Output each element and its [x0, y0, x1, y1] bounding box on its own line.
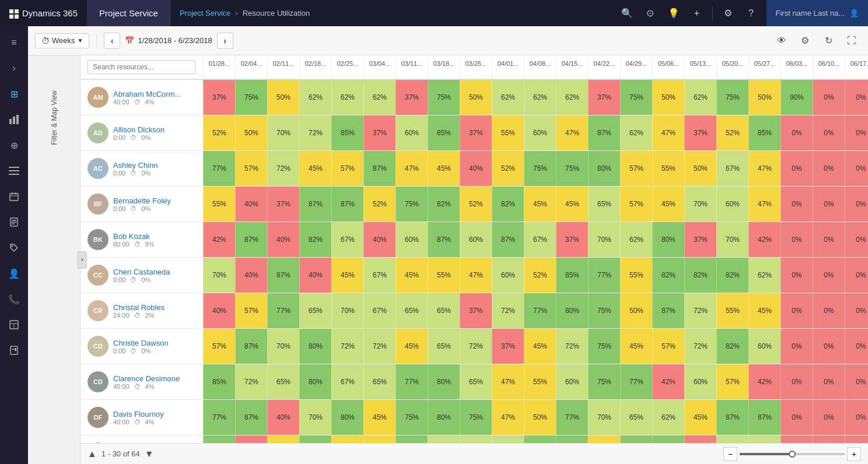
- sidebar-calendar[interactable]: [2, 185, 26, 208]
- util-cell[interactable]: 70%: [331, 293, 363, 328]
- util-cell[interactable]: 72%: [460, 329, 492, 364]
- util-cell[interactable]: 87%: [652, 293, 684, 328]
- util-cell[interactable]: 0%: [813, 151, 845, 186]
- util-cell[interactable]: 0%: [813, 80, 845, 115]
- util-cell[interactable]: 0%: [780, 435, 813, 443]
- util-cell[interactable]: 45%: [556, 187, 588, 222]
- sidebar-home[interactable]: ⊞: [2, 82, 26, 106]
- resource-name[interactable]: Clarence Desimone: [113, 374, 196, 383]
- util-cell[interactable]: 75%: [556, 435, 588, 443]
- util-cell[interactable]: 40%: [299, 258, 331, 293]
- util-cell[interactable]: 62%: [684, 80, 716, 115]
- util-cell[interactable]: 47%: [396, 151, 428, 186]
- util-cell[interactable]: 57%: [620, 187, 652, 222]
- util-cell[interactable]: 47%: [748, 187, 780, 222]
- util-cell[interactable]: 52%: [203, 115, 235, 150]
- util-cell[interactable]: 42%: [748, 222, 780, 257]
- util-cell[interactable]: 0%: [780, 222, 813, 257]
- util-cell[interactable]: 80%: [331, 400, 363, 435]
- util-cell[interactable]: 0%: [813, 329, 845, 364]
- util-cell[interactable]: 40%: [235, 258, 267, 293]
- zoom-out-button[interactable]: −: [723, 447, 737, 461]
- util-cell[interactable]: 75%: [588, 293, 620, 328]
- util-cell[interactable]: 42%: [203, 222, 235, 257]
- search-input[interactable]: [88, 60, 195, 74]
- util-cell[interactable]: 90%: [780, 80, 813, 115]
- util-cell[interactable]: 62%: [331, 80, 363, 115]
- util-cell[interactable]: 0%: [780, 115, 813, 150]
- sidebar-hamburger[interactable]: ≡: [2, 31, 26, 54]
- sidebar-tag[interactable]: [2, 236, 26, 259]
- util-cell[interactable]: 70%: [203, 258, 235, 293]
- util-cell[interactable]: 45%: [428, 151, 460, 186]
- zoom-bar[interactable]: [740, 453, 845, 455]
- sidebar-phone[interactable]: 📞: [2, 287, 26, 311]
- util-cell[interactable]: 77%: [620, 364, 652, 399]
- prev-period-button[interactable]: ‹: [104, 33, 120, 49]
- util-cell[interactable]: 0%: [845, 187, 868, 222]
- util-cell[interactable]: 62%: [620, 222, 652, 257]
- util-cell[interactable]: 0%: [845, 151, 868, 186]
- util-cell[interactable]: 45%: [299, 151, 331, 186]
- util-cell[interactable]: 0%: [845, 329, 868, 364]
- filter-toggle-button[interactable]: ›: [78, 251, 87, 269]
- util-cell[interactable]: 80%: [652, 222, 684, 257]
- util-cell[interactable]: 42%: [235, 435, 267, 443]
- util-cell[interactable]: 70%: [267, 329, 299, 364]
- util-cell[interactable]: 0%: [813, 293, 845, 328]
- util-cell[interactable]: 55%: [620, 258, 652, 293]
- view-toggle-icon[interactable]: 👁: [772, 31, 791, 50]
- util-cell[interactable]: 65%: [588, 187, 620, 222]
- util-cell[interactable]: 75%: [235, 80, 267, 115]
- util-cell[interactable]: 85%: [331, 115, 363, 150]
- zoom-in-button[interactable]: +: [847, 447, 861, 461]
- util-cell[interactable]: 87%: [235, 222, 267, 257]
- resource-name[interactable]: Davis Flournoy: [113, 410, 196, 419]
- util-cell[interactable]: 40%: [267, 400, 299, 435]
- util-cell[interactable]: 75%: [428, 80, 460, 115]
- util-cell[interactable]: 60%: [716, 187, 748, 222]
- util-cell[interactable]: 45%: [684, 400, 716, 435]
- user-profile[interactable]: First name Last na... 👤: [766, 0, 869, 26]
- util-cell[interactable]: 47%: [492, 400, 524, 435]
- util-cell[interactable]: 87%: [748, 400, 780, 435]
- util-cell[interactable]: 65%: [620, 400, 652, 435]
- util-cell[interactable]: 50%: [460, 80, 492, 115]
- util-cell[interactable]: 37%: [460, 115, 492, 150]
- util-cell[interactable]: 57%: [203, 329, 235, 364]
- util-cell[interactable]: 60%: [460, 222, 492, 257]
- resource-name[interactable]: Bernadette Foley: [113, 196, 196, 205]
- util-cell[interactable]: 45%: [524, 187, 556, 222]
- util-cell[interactable]: 45%: [524, 329, 556, 364]
- util-cell[interactable]: 65%: [460, 364, 492, 399]
- util-cell[interactable]: 55%: [652, 151, 684, 186]
- util-cell[interactable]: 72%: [363, 329, 396, 364]
- util-cell[interactable]: 70%: [267, 115, 299, 150]
- util-cell[interactable]: 57%: [331, 151, 363, 186]
- util-cell[interactable]: 62%: [620, 115, 652, 150]
- util-cell[interactable]: 0%: [845, 258, 868, 293]
- util-cell[interactable]: 62%: [492, 80, 524, 115]
- weeks-dropdown[interactable]: ⏱ Weeks ▼: [35, 33, 89, 48]
- util-cell[interactable]: 67%: [331, 222, 363, 257]
- util-cell[interactable]: 50%: [267, 435, 299, 443]
- util-cell[interactable]: 0%: [780, 329, 813, 364]
- util-cell[interactable]: 55%: [203, 187, 235, 222]
- util-cell[interactable]: 50%: [235, 115, 267, 150]
- util-cell[interactable]: 37%: [203, 80, 235, 115]
- util-cell[interactable]: 87%: [299, 187, 331, 222]
- util-cell[interactable]: 87%: [235, 400, 267, 435]
- util-cell[interactable]: 82%: [428, 187, 460, 222]
- util-cell[interactable]: 47%: [492, 364, 524, 399]
- util-cell[interactable]: 77%: [203, 151, 235, 186]
- util-cell[interactable]: 67%: [716, 435, 748, 443]
- util-cell[interactable]: 67%: [460, 435, 492, 443]
- util-cell[interactable]: 52%: [716, 115, 748, 150]
- util-cell[interactable]: 87%: [588, 115, 620, 150]
- util-cell[interactable]: 0%: [780, 364, 813, 399]
- util-cell[interactable]: 80%: [299, 329, 331, 364]
- util-cell[interactable]: 45%: [363, 400, 396, 435]
- util-cell[interactable]: 82%: [716, 329, 748, 364]
- util-cell[interactable]: 85%: [556, 258, 588, 293]
- util-cell[interactable]: 77%: [267, 293, 299, 328]
